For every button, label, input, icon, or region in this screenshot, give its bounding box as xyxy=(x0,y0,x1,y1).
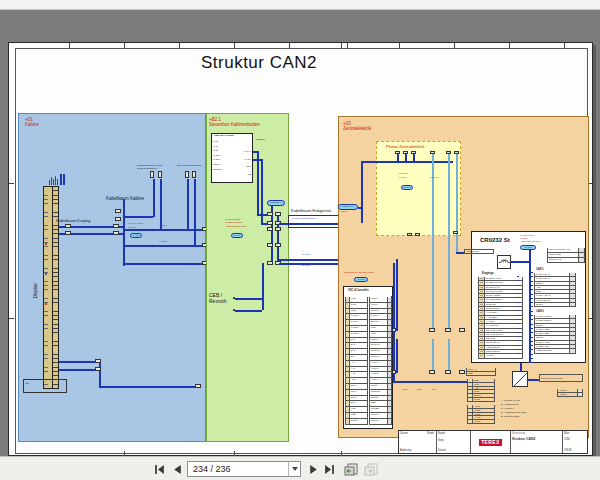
page-number-value[interactable]: 234 / 236 xyxy=(188,464,288,474)
wire xyxy=(528,379,539,381)
combo-dropdown-button[interactable] xyxy=(288,462,300,476)
document-page: Struktur CAN2 Weitergabe sowie Vervielfä… xyxy=(8,42,593,456)
mark-red xyxy=(49,180,50,185)
wire xyxy=(187,179,189,230)
connector xyxy=(446,151,451,154)
connector xyxy=(95,359,101,363)
previous-view-button[interactable] xyxy=(342,462,359,476)
cr-pin-stubs xyxy=(517,276,519,358)
ref-text: CAN 2 xyxy=(399,177,406,180)
frame-tick xyxy=(509,43,510,48)
jumper-symbol-box xyxy=(512,371,528,387)
ceb-warn-lines: CAN2 Leitungverdrillt verlegenAbschluss … xyxy=(225,218,246,228)
wire xyxy=(235,298,262,300)
small-rows: -X31 St-X32 St xyxy=(557,389,583,397)
wire xyxy=(396,339,398,373)
warn-text: verdrillt xyxy=(128,227,136,230)
mark-red xyxy=(51,177,52,185)
connector xyxy=(430,151,435,154)
tb-brand: TEREX xyxy=(471,431,511,453)
can-tag: CAN 2 xyxy=(130,233,142,238)
diag-header-2: Steckdose Schnittstelle xyxy=(177,165,207,168)
mark-blue xyxy=(63,174,65,185)
connector xyxy=(115,217,121,221)
kabelbaum-display-label: Kabelbaum Display xyxy=(56,218,90,223)
app-top-bar xyxy=(0,0,600,10)
next-page-icon xyxy=(308,464,319,475)
connector xyxy=(115,209,121,213)
pin-mark-red xyxy=(45,303,47,305)
first-page-icon xyxy=(154,464,165,475)
cr-x-row: -X8L hung.St xyxy=(464,249,494,254)
ceb-box-title: CEB 100 LV/units xyxy=(214,135,234,138)
wire xyxy=(153,179,155,217)
wire-cyan xyxy=(456,154,458,252)
connector xyxy=(275,227,281,231)
vdc-title: VDC 4 Controller xyxy=(348,289,369,292)
display-label: Display xyxy=(33,238,41,298)
previous-view-icon xyxy=(344,463,358,476)
x-label: -X14.1 xyxy=(340,211,347,214)
wide-output-box: PRG OUT GPIO LINK xyxy=(539,374,583,382)
tb-sign: Bearb. Gepr. Datum xyxy=(437,431,471,453)
wire xyxy=(59,361,97,363)
cr-can2-header: CAN 2 xyxy=(536,310,544,313)
device-b1-label: -B1 xyxy=(25,383,29,386)
mark-red xyxy=(57,179,58,185)
terex-logo: TEREX xyxy=(479,439,502,446)
ref-text: CR0451 xyxy=(430,177,439,180)
first-page-button[interactable] xyxy=(152,462,167,476)
wire-cyan xyxy=(448,339,450,373)
wire xyxy=(235,310,262,312)
frame-tick xyxy=(289,43,290,48)
wire xyxy=(125,216,153,218)
wire xyxy=(397,154,399,161)
cr0232-title: CR0232 St xyxy=(480,237,510,243)
can-tag: CAN 2 xyxy=(520,245,536,250)
connector xyxy=(407,233,412,236)
region-steuerbox-code: +B2.1Steuerbox Kabinenboden xyxy=(209,117,260,127)
wire xyxy=(393,263,395,381)
connector xyxy=(65,231,71,235)
connector xyxy=(429,370,435,374)
diag-header-1: Diagnosebuchse Kunde Sonderausstattung xyxy=(137,165,171,170)
tb-sheet: Blatt 234 236 Bl. xyxy=(563,431,587,453)
wire xyxy=(361,161,363,223)
region-ze-code: +03Zentralelektrik xyxy=(343,121,371,131)
pin-mark-blue xyxy=(45,273,47,275)
connector xyxy=(158,171,162,178)
next-view-button[interactable] xyxy=(362,462,379,476)
ceb-rexroth-label: CEB /Rexroth xyxy=(209,293,227,305)
frame-tick xyxy=(341,43,342,48)
cr-can2-rows: CAN2-H DisplayCAN2-L DisplaySchirmCAN2-H… xyxy=(534,315,576,354)
device-b1-box xyxy=(23,379,67,393)
page-number-combobox[interactable]: 234 / 236 xyxy=(187,461,301,477)
verteiler-oval: Verteiler XX xyxy=(267,200,285,206)
pin-dot xyxy=(233,297,235,299)
connector-symbol-box xyxy=(497,255,511,269)
connector xyxy=(445,328,451,332)
vdc-warn: Schnittstellen Zentralelektrik xyxy=(344,272,374,275)
next-page-button[interactable] xyxy=(306,462,321,476)
display-connector-strip xyxy=(43,186,59,389)
frame-tick xyxy=(69,43,70,48)
connector xyxy=(195,384,201,388)
vdc-left-rows: Kl.30Kl.15GNDCAN1-HCAN1-LCAN2-HCAN2-LDI … xyxy=(345,297,368,425)
mark-blue xyxy=(60,174,62,185)
last-page-button[interactable] xyxy=(322,462,337,476)
wire xyxy=(99,361,101,387)
duct-note: CAN2 Leitung verdrillt xyxy=(292,218,315,221)
title-block: Änderung Datum Name Bearb. Gepr. Datum T… xyxy=(398,430,588,454)
connector xyxy=(267,243,273,247)
kabelbaum-hubgeruest-label: Kabelbaum Hubgerüst xyxy=(291,208,331,213)
previous-page-button[interactable] xyxy=(170,462,185,476)
can-tag: CAN 2 xyxy=(231,233,243,238)
ceb-controller-box: CEB 100 LV/units Kl.30Kl.15Kl.31CAN2-HCA… xyxy=(211,133,253,183)
pin-dot xyxy=(233,309,235,311)
pin-gnd-table: PIN 1...8GND xyxy=(466,368,496,376)
connector xyxy=(415,233,420,236)
frame-tick xyxy=(234,43,235,48)
wire xyxy=(520,363,522,371)
legend-list: A. Leitung CAN2B. AbschirmungC. Verteile… xyxy=(501,399,526,419)
connector xyxy=(454,151,459,154)
